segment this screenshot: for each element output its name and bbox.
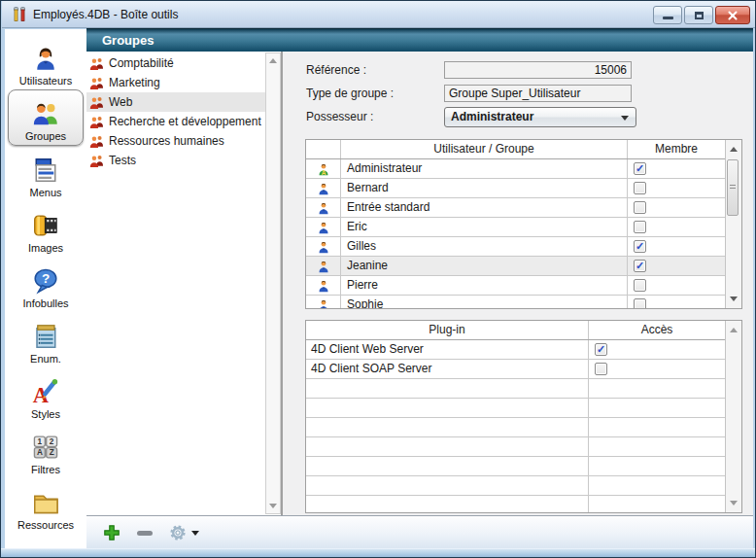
group-row-marketing[interactable]: Marketing — [86, 73, 281, 92]
group-row-web[interactable]: Web — [86, 92, 281, 112]
maximize-icon — [695, 12, 704, 19]
sidebar-item-enum[interactable]: Enum. — [5, 312, 86, 367]
folder-icon — [31, 488, 60, 517]
sidebar-item-label: Ressources — [17, 519, 74, 531]
member-checkbox[interactable]: ✓ — [634, 260, 646, 272]
reference-field: 15006 — [444, 61, 632, 79]
member-row[interactable]: Administrateur ✓ — [306, 159, 725, 179]
owner-dropdown[interactable]: Administrateur — [444, 107, 636, 127]
scroll-up-arrow[interactable] — [726, 142, 741, 157]
member-row[interactable]: Gilles ✓ — [306, 237, 725, 257]
window-frame-bottom — [1, 548, 756, 558]
sidebar-item-label: Utilisateurs — [19, 75, 72, 87]
page-title: Groupes — [86, 29, 753, 52]
member-row[interactable]: Sophie — [306, 296, 725, 309]
member-name: Bernard — [341, 179, 628, 197]
scroll-thumb[interactable] — [727, 159, 739, 216]
scroll-up-arrow[interactable] — [266, 53, 280, 68]
group-label: Marketing — [109, 76, 160, 89]
member-row[interactable]: Bernard — [306, 179, 725, 198]
maximize-button[interactable] — [684, 6, 713, 24]
member-name: Entrée standard — [341, 198, 628, 217]
sidebar-item-groupes[interactable]: Groupes — [8, 89, 84, 146]
add-button[interactable] — [102, 523, 121, 542]
plugins-scrollbar[interactable] — [725, 321, 741, 512]
member-row[interactable]: Pierre — [306, 276, 725, 296]
member-checkbox[interactable] — [634, 221, 646, 233]
owner-label: Possesseur : — [306, 110, 373, 123]
group-icon — [88, 133, 105, 150]
group-type-label: Type de groupe : — [306, 87, 394, 100]
group-row-ressources-humaines[interactable]: Ressources humaines — [86, 131, 281, 151]
plugin-empty-row — [306, 476, 725, 496]
member-checkbox[interactable]: ✓ — [634, 240, 646, 253]
notepad-icon — [31, 322, 60, 351]
plugin-row[interactable]: 4D Client Web Server ✓ — [306, 340, 725, 360]
sidebar-item-filtres[interactable]: Filtres — [5, 423, 86, 478]
plugins-table-header: Plug-in Accès — [306, 321, 725, 340]
user-icon — [306, 198, 341, 217]
scroll-down-arrow[interactable] — [726, 496, 741, 510]
scroll-down-arrow[interactable] — [266, 499, 280, 513]
sidebar-item-styles[interactable]: Styles — [5, 367, 86, 423]
group-list-scrollbar[interactable] — [265, 52, 281, 514]
bottom-toolbar — [86, 515, 753, 548]
section-header: Groupes — [86, 28, 753, 52]
user-icon — [306, 237, 341, 256]
reference-label: Référence : — [306, 63, 366, 77]
member-checkbox[interactable]: ✓ — [634, 162, 646, 175]
sidebar-item-label: Infobulles — [22, 297, 68, 309]
group-icon — [88, 114, 105, 130]
scroll-up-arrow[interactable] — [726, 323, 741, 337]
group-label: Web — [109, 95, 132, 109]
group-row-tests[interactable]: Tests — [86, 151, 281, 170]
plugin-empty-row — [306, 418, 725, 437]
member-checkbox[interactable] — [634, 182, 646, 194]
group-label: Comptabilité — [109, 56, 174, 70]
plugin-empty-row — [306, 437, 725, 457]
tooltip-bubble-icon — [31, 266, 60, 296]
settings-button[interactable] — [168, 523, 188, 542]
access-checkbox[interactable] — [595, 363, 607, 375]
sidebar-item-utilisateurs[interactable]: Utilisateurs — [5, 34, 86, 89]
access-checkbox[interactable]: ✓ — [595, 343, 607, 356]
member-checkbox[interactable] — [634, 279, 646, 292]
minimize-icon — [663, 17, 673, 19]
group-row-recherche[interactable]: Recherche et développement — [86, 112, 281, 131]
plugin-empty-row — [306, 457, 725, 476]
plugin-row[interactable]: 4D Client SOAP Server — [306, 360, 725, 379]
member-checkbox[interactable] — [634, 298, 646, 309]
member-name: Jeanine — [341, 257, 628, 275]
user-icon — [31, 44, 60, 73]
sidebar-item-label: Filtres — [31, 464, 60, 475]
member-name: Pierre — [341, 276, 628, 295]
admin-user-icon — [306, 159, 341, 178]
member-row[interactable]: Eric — [306, 218, 725, 237]
sidebar-item-images[interactable]: Images — [5, 201, 86, 257]
settings-menu-caret[interactable] — [191, 531, 199, 536]
sidebar-item-ressources[interactable]: Ressources — [5, 478, 86, 534]
member-checkbox[interactable] — [634, 201, 646, 214]
sidebar-item-menus[interactable]: Menus — [5, 146, 86, 201]
member-row[interactable]: Jeanine ✓ — [306, 257, 725, 276]
member-row[interactable]: Entrée standard — [306, 198, 725, 218]
close-icon — [727, 10, 739, 21]
group-icon — [31, 99, 60, 128]
user-icon — [306, 179, 341, 197]
member-column-header: Membre — [628, 140, 725, 158]
members-scrollbar[interactable] — [725, 140, 741, 308]
scroll-down-arrow[interactable] — [726, 292, 741, 306]
remove-button[interactable] — [135, 523, 155, 542]
user-icon — [306, 276, 341, 295]
plugin-name: 4D Client Web Server — [306, 340, 589, 359]
sidebar-item-infobulles[interactable]: Infobulles — [5, 257, 86, 312]
access-column-header: Accès — [589, 321, 725, 339]
sidebar-item-label: Enum. — [30, 353, 61, 365]
group-icon — [88, 75, 105, 91]
close-button[interactable] — [715, 6, 750, 24]
minimize-button[interactable] — [653, 6, 682, 24]
member-name: Eric — [341, 218, 628, 236]
group-row-comptabilite[interactable]: Comptabilité — [86, 53, 281, 73]
window: Employés.4DB - Boîte outils Utilisateurs… — [0, 0, 756, 558]
group-type-field: Groupe Super_Utilisateur — [444, 85, 632, 102]
